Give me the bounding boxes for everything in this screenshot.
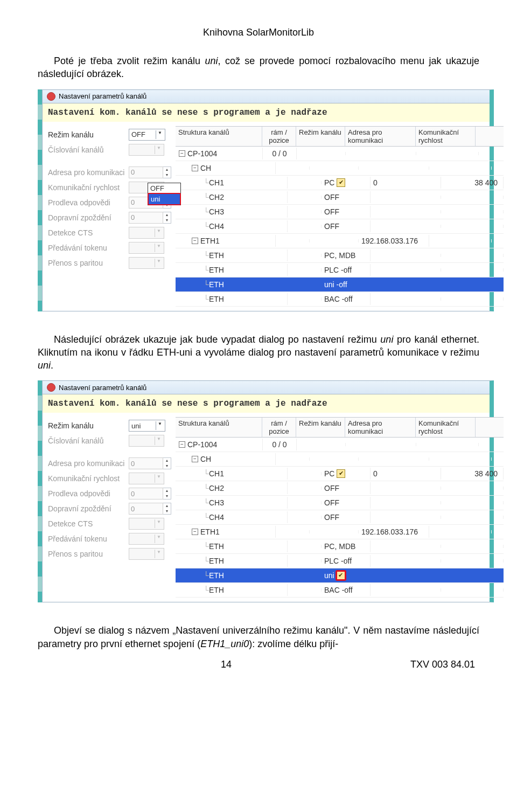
table-row[interactable]: └ CH1PC✔038 400 xyxy=(176,467,504,481)
tree-node-label: CH3 xyxy=(209,207,224,216)
table-cell xyxy=(441,196,504,199)
table-cell xyxy=(429,239,492,242)
table-row[interactable]: └ CH4OFF xyxy=(176,219,504,234)
cislovani-dropdown: ▼ xyxy=(129,435,164,447)
page-number: 14 xyxy=(221,659,232,670)
table-row[interactable]: └ ETHPLC -off xyxy=(176,554,504,568)
table-cell: └ CH2 xyxy=(176,482,288,494)
table-row[interactable]: −CP-10040 / 0 xyxy=(176,147,504,161)
table-cell: └ ETH xyxy=(176,555,288,567)
rezim-value: uni xyxy=(131,422,141,430)
tree-node-label: ETH xyxy=(209,586,224,594)
cislovani-dropdown: ▼ xyxy=(129,144,164,156)
label-token: Předávání tokenu xyxy=(48,535,129,543)
config-icon[interactable]: ✔ xyxy=(337,571,345,580)
table-cell: 0 xyxy=(371,468,441,480)
para2-a: Následující obrázek ukazuje jak bude vyp… xyxy=(54,334,380,345)
table-row[interactable]: └ ETHBAC -off xyxy=(176,292,504,307)
margin-stripes xyxy=(38,380,42,602)
tree-toggle-icon[interactable]: − xyxy=(192,529,198,535)
header-ram[interactable]: rám / pozice xyxy=(262,127,296,146)
header-adresa[interactable]: Adresa pro komunikaci xyxy=(345,418,416,437)
table-cell: −ETH1 xyxy=(176,235,276,247)
table-row[interactable]: └ CH2OFF xyxy=(176,481,504,496)
rezim-dropdown[interactable]: uni ▼ xyxy=(129,420,165,432)
table-row[interactable]: −CH xyxy=(176,452,504,467)
table-row[interactable]: −ETH1192.168.033.176 xyxy=(176,234,504,248)
para1-a: Poté je třeba zvolit režim kanálu xyxy=(54,55,205,66)
header-ram[interactable]: rám / pozice xyxy=(262,418,296,437)
margin-stripes xyxy=(38,89,42,311)
table-row[interactable]: └ CH3OFF xyxy=(176,205,504,219)
titlebar-text: Nastavení parametrů kanálů xyxy=(59,92,146,100)
header-rezim[interactable]: Režim kanálu xyxy=(296,418,345,437)
table-row[interactable]: −CP-10040 / 0 xyxy=(176,438,504,452)
table-row[interactable]: −CH xyxy=(176,161,504,176)
table-cell: −ETH1 xyxy=(176,526,276,538)
tree-node-label: ETH xyxy=(209,295,224,303)
table-cell xyxy=(441,210,504,213)
tree-node-label: CH3 xyxy=(209,498,224,507)
table-row[interactable]: └ ETHPC, MDB xyxy=(176,248,504,263)
rezim-dropdown[interactable]: OFF ▼ xyxy=(129,129,165,141)
tree-node-label: CH2 xyxy=(209,484,224,492)
popup-item-off[interactable]: OFF xyxy=(148,183,180,193)
header-rezim[interactable]: Režim kanálu xyxy=(296,127,345,146)
label-cislovani: Číslování kanálů xyxy=(48,145,129,154)
tree-toggle-icon[interactable]: − xyxy=(192,238,198,244)
popup-item-uni[interactable]: uni xyxy=(148,193,181,205)
table-cell: PLC -off xyxy=(322,555,371,567)
table-cell xyxy=(288,283,322,286)
table-cell: PLC -off xyxy=(322,264,371,276)
table-cell: 0 / 0 xyxy=(263,439,297,450)
table-cell xyxy=(416,152,479,155)
tree-toggle-icon[interactable]: − xyxy=(192,165,198,171)
table-row[interactable]: └ CH2OFF xyxy=(176,190,504,205)
rezim-value: OFF xyxy=(131,130,145,138)
table-row[interactable]: └ CH1PC✔038 400 xyxy=(176,176,504,190)
table-cell xyxy=(310,166,359,170)
table-row[interactable]: └ ETHBAC -off xyxy=(176,583,504,598)
table-cell xyxy=(441,574,504,577)
table-cell xyxy=(441,545,504,548)
table-row[interactable]: −ETH1192.168.033.176 xyxy=(176,525,504,539)
tree-toggle-icon[interactable]: − xyxy=(192,456,198,462)
table-row[interactable]: └ CH3OFF xyxy=(176,496,504,510)
adresa-input xyxy=(129,457,163,469)
header-rychlost[interactable]: Komunikační rychlost xyxy=(416,418,476,437)
label-zpozdeni: Dopravní zpoždění xyxy=(48,213,129,222)
table-cell: PC✔ xyxy=(322,177,371,189)
table-cell: └ CH3 xyxy=(176,206,288,218)
tree-toggle-icon[interactable]: − xyxy=(179,441,185,448)
table-cell xyxy=(416,443,479,446)
table-cell xyxy=(441,501,504,504)
label-rychlost: Komunikační rychlost xyxy=(48,474,129,483)
titlebar-text: Nastavení parametrů kanálů xyxy=(59,384,146,392)
table-cell: └ CH3 xyxy=(176,497,288,509)
table-cell xyxy=(371,588,441,592)
header-rychlost[interactable]: Komunikační rychlost xyxy=(416,127,476,146)
table-cell: └ CH2 xyxy=(176,191,288,203)
label-detekce: Detekce CTS xyxy=(48,228,129,237)
config-icon[interactable]: ✔ xyxy=(337,469,345,478)
table-row[interactable]: └ ETHPLC -off xyxy=(176,263,504,277)
table-cell xyxy=(288,196,322,199)
table-row[interactable]: └ ETHuni✔ xyxy=(176,568,504,583)
rezim-popup[interactable]: OFF uni xyxy=(148,183,181,205)
table-cell: └ ETH xyxy=(176,570,288,581)
tree-table-2: −CP-10040 / 0−CH└ CH1PC✔038 400└ CH2OFF└… xyxy=(176,438,504,598)
table-cell xyxy=(371,225,441,228)
table-cell xyxy=(441,516,504,519)
table-row[interactable]: └ CH4OFF xyxy=(176,510,504,525)
table-cell xyxy=(371,501,441,504)
header-struktura[interactable]: Struktura kanálů xyxy=(176,127,262,146)
table-cell: BAC -off xyxy=(322,584,371,596)
header-adresa[interactable]: Adresa pro komunikaci xyxy=(345,127,416,146)
table-row[interactable]: └ ETHuni -off xyxy=(176,277,504,292)
table-cell: OFF xyxy=(322,482,371,494)
config-icon[interactable]: ✔ xyxy=(337,178,345,187)
table-cell: OFF xyxy=(322,191,371,203)
tree-toggle-icon[interactable]: − xyxy=(179,150,185,157)
header-struktura[interactable]: Struktura kanálů xyxy=(176,418,262,437)
table-row[interactable]: └ ETHPC, MDB xyxy=(176,539,504,554)
